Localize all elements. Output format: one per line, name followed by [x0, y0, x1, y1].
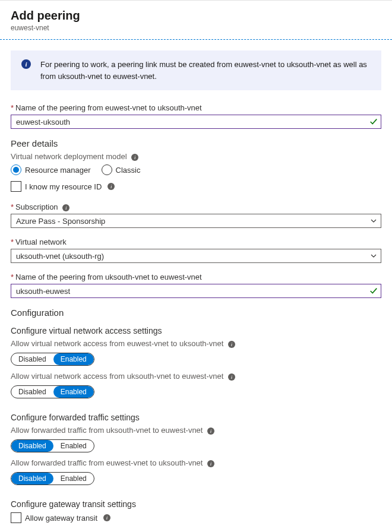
toggle-enabled[interactable]: Enabled	[53, 353, 94, 365]
access-1-toggle[interactable]: Disabled Enabled	[11, 353, 94, 366]
page-subtitle: euwest-vnet	[11, 24, 381, 32]
gateway-settings-heading: Configure gateway transit settings	[11, 499, 381, 509]
peering-name-2-input[interactable]	[11, 284, 381, 298]
access-2-toggle[interactable]: Disabled Enabled	[11, 385, 94, 398]
forwarded-1-label: Allow forwarded traffic from uksouth-vne…	[11, 426, 381, 435]
peering-name-2-label: *Name of the peering from uksouth-vnet t…	[11, 273, 381, 281]
info-banner: i For peering to work, a peering link mu…	[11, 50, 381, 90]
toggle-enabled[interactable]: Enabled	[53, 386, 94, 398]
info-text: For peering to work, a peering link must…	[40, 60, 367, 81]
access-2-label: Allow virtual network access from uksout…	[11, 372, 381, 381]
chevron-down-icon	[370, 217, 377, 224]
subscription-label: *Subscription i	[11, 202, 381, 211]
help-icon[interactable]: i	[228, 373, 235, 381]
help-icon[interactable]: i	[228, 341, 235, 348]
help-icon[interactable]: i	[108, 183, 115, 190]
deployment-model-classic-radio[interactable]: Classic	[102, 164, 141, 175]
access-settings-heading: Configure virtual network access setting…	[11, 326, 381, 335]
radio-icon	[102, 164, 112, 175]
forwarded-settings-heading: Configure forwarded traffic settings	[11, 413, 381, 422]
toggle-disabled[interactable]: Disabled	[11, 473, 53, 484]
checkbox-icon	[11, 181, 21, 192]
access-1-label: Allow virtual network access from euwest…	[11, 339, 381, 348]
virtual-network-label: *Virtual network	[11, 238, 381, 246]
peering-name-1-label: *Name of the peering from euwest-vnet to…	[11, 103, 381, 112]
allow-gateway-transit-checkbox[interactable]: Allow gateway transit i	[11, 512, 110, 523]
configuration-heading: Configuration	[11, 308, 381, 318]
help-icon[interactable]: i	[103, 514, 110, 521]
help-icon[interactable]: i	[207, 460, 214, 467]
peering-name-1-input[interactable]	[11, 115, 381, 129]
validation-check-icon	[369, 287, 378, 295]
page-title: Add peering	[11, 9, 381, 23]
blade-header: Add peering euwest-vnet	[0, 0, 392, 36]
validation-check-icon	[369, 118, 378, 126]
help-icon[interactable]: i	[131, 154, 138, 161]
virtual-network-select[interactable]: uksouth-vnet (uksouth-rg)	[11, 249, 381, 263]
toggle-enabled[interactable]: Enabled	[53, 440, 94, 452]
know-resource-id-checkbox[interactable]: I know my resource ID i	[11, 181, 115, 192]
checkbox-icon	[11, 512, 21, 523]
radio-icon	[11, 164, 21, 175]
forwarded-2-toggle[interactable]: Disabled Enabled	[11, 472, 94, 485]
chevron-down-icon	[370, 252, 377, 259]
help-icon[interactable]: i	[207, 428, 214, 435]
help-icon[interactable]: i	[62, 204, 69, 211]
peer-details-heading: Peer details	[11, 138, 381, 148]
deployment-model-rm-radio[interactable]: Resource manager	[11, 164, 91, 175]
info-icon: i	[21, 59, 31, 69]
toggle-disabled[interactable]: Disabled	[11, 353, 53, 365]
toggle-disabled[interactable]: Disabled	[11, 440, 53, 452]
forwarded-2-label: Allow forwarded traffic from euwest-vnet…	[11, 458, 381, 467]
toggle-enabled[interactable]: Enabled	[53, 473, 94, 484]
deployment-model-label: Virtual network deployment model i	[11, 152, 381, 161]
forwarded-1-toggle[interactable]: Disabled Enabled	[11, 439, 94, 452]
toggle-disabled[interactable]: Disabled	[11, 386, 53, 398]
subscription-select[interactable]: Azure Pass - Sponsorship	[11, 214, 381, 228]
